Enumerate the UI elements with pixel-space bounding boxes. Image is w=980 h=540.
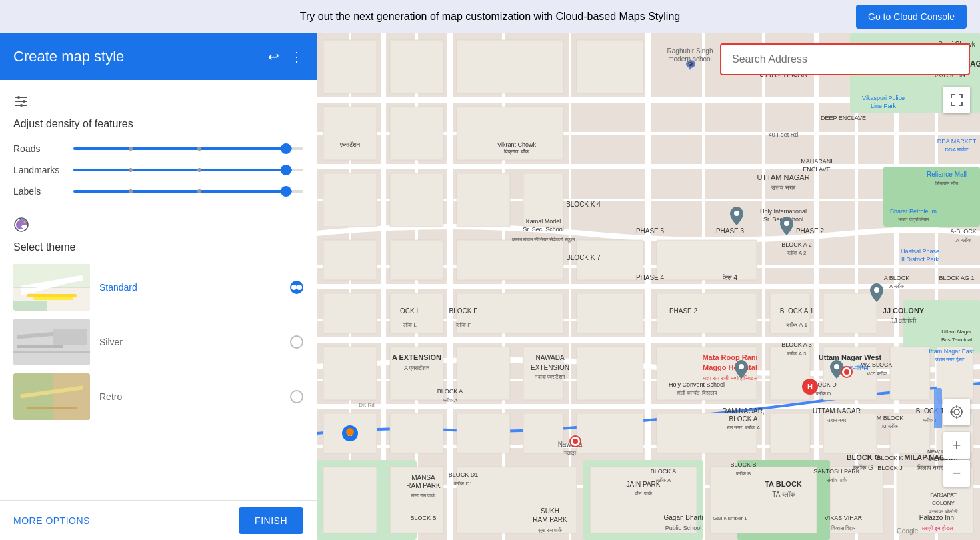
svg-point-242	[784, 221, 789, 226]
theme-radio-standard[interactable]	[290, 281, 303, 294]
expand-map-button[interactable]	[943, 87, 970, 113]
svg-text:OCK L: OCK L	[400, 307, 420, 315]
svg-rect-70	[390, 240, 443, 280]
svg-text:Uttam Nagar: Uttam Nagar	[941, 329, 972, 335]
svg-rect-101	[323, 467, 377, 533]
labels-label: Labels	[13, 186, 67, 197]
theme-item-retro[interactable]: Retro	[13, 373, 303, 420]
svg-text:NAWADA: NAWADA	[535, 354, 564, 361]
svg-text:नवादा: नवादा	[563, 450, 577, 457]
cloud-console-button[interactable]: Go to Cloud Console	[856, 5, 967, 29]
svg-text:Uttam Nagar West: Uttam Nagar West	[819, 353, 882, 361]
theme-item-silver[interactable]: Silver	[13, 319, 303, 365]
svg-text:जैन पार्क: जैन पार्क	[634, 490, 652, 497]
svg-rect-15	[13, 301, 47, 311]
svg-rect-104	[590, 467, 697, 533]
zoom-in-button[interactable]: +	[943, 432, 970, 459]
svg-text:BLOCK K 7: BLOCK K 7	[566, 254, 601, 261]
banner-text: Try out the next generation of map custo…	[300, 11, 680, 23]
svg-text:BLOCK K: BLOCK K	[877, 455, 903, 461]
svg-text:Bus Terminal: Bus Terminal	[941, 337, 972, 343]
density-title: Adjust density of features	[13, 118, 303, 130]
more-options-icon[interactable]: ⋮	[290, 49, 303, 65]
search-input[interactable]	[720, 43, 970, 75]
theme-radio-silver[interactable]	[290, 335, 303, 349]
svg-text:उत्तम नगर ईस्ट: उत्तम नगर ईस्ट	[935, 356, 964, 363]
svg-rect-106	[830, 467, 883, 533]
svg-rect-14	[27, 294, 77, 297]
sidebar: Create map style ↩ ⋮	[0, 33, 317, 540]
theme-title: Select theme	[13, 241, 303, 253]
svg-text:II District Park: II District Park	[901, 256, 939, 263]
main-layout: Create map style ↩ ⋮	[0, 33, 980, 540]
more-options-button[interactable]: MORE OPTIONS	[13, 515, 90, 526]
finish-button[interactable]: FINISH	[239, 507, 303, 534]
sidebar-header-actions: ↩ ⋮	[268, 49, 303, 65]
svg-text:मंसा राम पार्क: मंसा राम पार्क	[411, 492, 436, 499]
svg-text:Kamal Model: Kamal Model	[526, 218, 561, 225]
density-section: Adjust density of features Roads Landmar…	[13, 93, 303, 197]
svg-text:Hastsal Phase: Hastsal Phase	[901, 248, 939, 255]
svg-text:COLONY: COLONY	[932, 500, 955, 506]
svg-text:Vikaspuri Police: Vikaspuri Police	[862, 95, 905, 101]
theme-label-standard: Standard	[99, 282, 281, 293]
svg-rect-60	[457, 40, 563, 93]
svg-point-249	[844, 369, 849, 375]
theme-item-standard[interactable]: Standard	[13, 264, 303, 311]
svg-text:BLOCK K 4: BLOCK K 4	[566, 201, 601, 208]
theme-radio-retro[interactable]	[290, 390, 303, 403]
svg-text:ब्लॉक A: ब्लॉक A	[655, 477, 671, 483]
svg-rect-80	[823, 293, 877, 333]
roads-slider[interactable]	[73, 147, 303, 150]
labels-slider[interactable]	[73, 190, 303, 193]
svg-rect-85	[577, 347, 643, 400]
svg-text:Gali Number 1: Gali Number 1	[713, 515, 747, 521]
svg-point-7	[17, 223, 19, 225]
svg-rect-90	[937, 347, 973, 400]
svg-text:MANSA: MANSA	[411, 474, 435, 481]
svg-text:संतोष पार्क: संतोष पार्क	[826, 477, 847, 483]
my-location-button[interactable]	[943, 399, 970, 425]
theme-thumbnail-retro	[13, 373, 90, 420]
sidebar-bottom: MORE OPTIONS FINISH	[0, 500, 317, 540]
svg-text:MAHARANI: MAHARANI	[801, 158, 833, 165]
search-bar-container	[720, 43, 970, 75]
svg-point-253	[954, 409, 959, 415]
svg-text:ब्लॉक D1: ब्लॉक D1	[453, 481, 473, 487]
svg-text:BLOCK F: BLOCK F	[449, 307, 478, 315]
svg-text:JJ कॉलोनी: JJ कॉलोनी	[891, 317, 917, 325]
svg-text:BLOCK A: BLOCK A	[651, 468, 677, 475]
density-icon	[13, 93, 303, 113]
svg-text:Holy Convent School: Holy Convent School	[669, 381, 725, 388]
svg-text:PHASE 2: PHASE 2	[669, 307, 698, 315]
svg-text:भारत पेट्रोलियम: भारत पेट्रोलियम	[898, 216, 929, 223]
svg-point-241	[734, 211, 739, 216]
top-banner: Try out the next generation of map custo…	[0, 0, 980, 33]
svg-text:BLOCK AG 1: BLOCK AG 1	[939, 275, 974, 281]
svg-text:TA BLOCK: TA BLOCK	[765, 480, 802, 488]
svg-text:Holy International: Holy International	[760, 208, 807, 215]
svg-rect-81	[323, 347, 377, 400]
svg-text:हॉली कान्वेंट विद्यालय: हॉली कान्वेंट विद्यालय	[676, 389, 717, 396]
labels-slider-row: Labels	[13, 186, 303, 197]
svg-text:A-BLOCK: A-BLOCK	[950, 228, 977, 235]
svg-text:एक्सटेंशन: एक्सटेंशन	[339, 141, 361, 148]
map-canvas: उत्तम नगर UTTAM NAGAR HASTSAL VILLAGE हस…	[317, 33, 980, 540]
landmarks-slider[interactable]	[73, 169, 303, 171]
undo-icon[interactable]: ↩	[268, 49, 279, 65]
svg-text:UTTAM NAGAR: UTTAM NAGAR	[757, 173, 809, 181]
svg-rect-19	[17, 345, 63, 348]
map-area: उत्तम नगर UTTAM NAGAR HASTSAL VILLAGE हस…	[317, 33, 980, 540]
svg-point-247	[573, 439, 578, 444]
svg-rect-92	[390, 413, 443, 453]
svg-rect-97	[770, 413, 810, 453]
svg-text:DDA मार्केट: DDA मार्केट	[945, 146, 969, 153]
svg-text:Vikrant Chowk: Vikrant Chowk	[497, 141, 536, 148]
svg-text:TA ब्लॉक: TA ब्लॉक	[772, 491, 795, 498]
svg-text:🎓: 🎓	[687, 61, 694, 67]
svg-text:Public School: Public School	[665, 525, 702, 531]
svg-text:ब्लॉक D: ब्लॉक D	[815, 391, 831, 397]
zoom-out-button[interactable]: −	[943, 460, 970, 487]
map-controls: + −	[943, 399, 970, 487]
theme-icon	[13, 217, 303, 236]
